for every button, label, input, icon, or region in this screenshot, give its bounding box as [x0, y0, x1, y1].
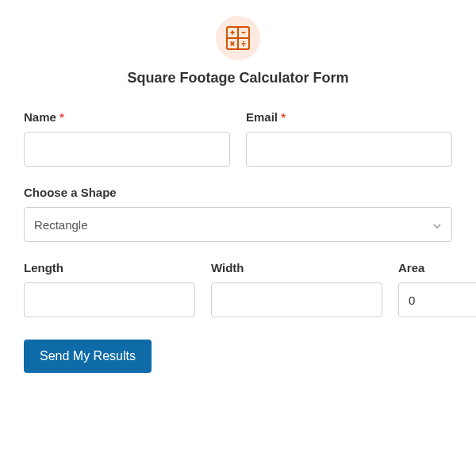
name-input[interactable]: [24, 132, 230, 167]
name-label: Name *: [24, 110, 230, 124]
email-label: Email *: [246, 110, 452, 124]
length-label: Length: [24, 261, 195, 274]
width-input[interactable]: [211, 282, 382, 317]
submit-button[interactable]: Send My Results: [24, 340, 152, 373]
shape-select[interactable]: Rectangle: [24, 207, 452, 242]
required-mark: *: [60, 110, 64, 124]
calculator-icon: [216, 16, 260, 60]
shape-label: Choose a Shape: [24, 186, 452, 199]
area-label: Area: [398, 261, 476, 274]
email-input[interactable]: [246, 132, 452, 167]
svg-point-10: [243, 45, 244, 47]
form-title: Square Footage Calculator Form: [24, 70, 452, 86]
width-label: Width: [211, 261, 382, 274]
svg-point-9: [243, 41, 244, 43]
area-input[interactable]: [398, 282, 476, 317]
length-input[interactable]: [24, 282, 195, 317]
required-mark: *: [281, 110, 286, 124]
